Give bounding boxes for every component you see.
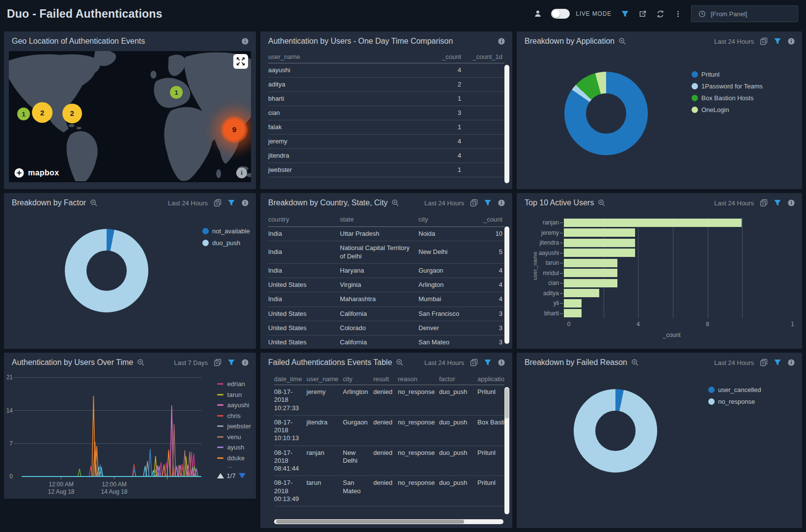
zoom-in-icon[interactable] (598, 199, 606, 207)
legend-item[interactable]: aayushi (217, 401, 251, 409)
panels-copy-icon[interactable] (214, 359, 222, 366)
bar[interactable] (564, 289, 599, 297)
legend-item[interactable]: dduke (217, 454, 251, 462)
bar[interactable] (564, 299, 582, 308)
dashboard-time-range[interactable]: [From Panel] (691, 5, 798, 22)
map-cluster-marker[interactable]: 1 (170, 86, 183, 99)
refresh-icon[interactable] (656, 9, 665, 18)
info-icon[interactable] (241, 359, 249, 366)
filter-icon[interactable] (484, 199, 492, 207)
bar[interactable] (564, 219, 742, 227)
panel-time-range[interactable]: Last 24 Hours (714, 359, 754, 366)
map-cluster-marker[interactable]: 2 (32, 102, 53, 123)
zoom-in-icon[interactable] (137, 359, 145, 366)
column-header: factor (439, 372, 477, 386)
zoom-in-icon[interactable] (618, 37, 626, 45)
info-icon[interactable] (498, 199, 505, 207)
table-cell: 1 (432, 163, 463, 177)
vertical-scrollbar[interactable] (504, 387, 509, 514)
zoom-in-icon[interactable] (90, 199, 98, 207)
map-cluster-marker[interactable]: 1 (17, 108, 30, 120)
info-icon[interactable] (787, 359, 795, 366)
map-expand-button[interactable] (233, 54, 248, 69)
legend-item[interactable]: not_available (202, 227, 250, 235)
bar[interactable] (564, 279, 617, 287)
panels-copy-icon[interactable] (470, 199, 478, 207)
legend-item[interactable]: user_cancelled (708, 386, 761, 393)
legend-item[interactable]: venu (217, 433, 251, 441)
legend-page-down-icon[interactable] (239, 473, 246, 478)
legend-page-up-icon[interactable] (217, 473, 224, 478)
legend-item[interactable]: Box Bastion Hosts (692, 94, 763, 102)
zoom-in-icon[interactable] (396, 359, 404, 366)
info-icon[interactable] (498, 359, 505, 366)
legend-item[interactable]: tarun (217, 391, 251, 398)
table-row: IndiaMaharashtraMumbai4 (268, 292, 504, 307)
map-cluster-marker[interactable]: 9 (221, 116, 248, 143)
legend-item[interactable]: OneLogin (692, 106, 763, 113)
bar[interactable] (564, 239, 635, 247)
filter-icon[interactable] (227, 359, 235, 366)
bar[interactable] (564, 259, 617, 267)
info-icon[interactable] (241, 199, 249, 207)
panel-title: Top 10 Active Users (525, 198, 594, 207)
legend-item[interactable]: chris (217, 412, 251, 420)
filter-icon[interactable] (774, 199, 781, 207)
application-donut-chart[interactable] (564, 72, 648, 155)
panel-time-range[interactable]: Last 24 Hours (424, 359, 464, 366)
factor-donut-chart[interactable] (65, 229, 148, 312)
panels-copy-icon[interactable] (760, 359, 768, 366)
zoom-in-icon[interactable] (391, 199, 399, 207)
legend-item[interactable]: jwebster (217, 422, 251, 430)
map-cluster-marker[interactable]: 2 (62, 104, 82, 123)
time-series-chart[interactable]: 07142112:00 AM12 Aug 1812:00 AM14 Aug 18 (7, 372, 205, 497)
kebab-menu-icon[interactable] (673, 9, 682, 18)
table-cell: United States (268, 336, 340, 349)
vertical-scrollbar[interactable] (504, 226, 509, 344)
panel-time-range[interactable]: Last 7 Days (174, 359, 208, 366)
failed-reason-donut-chart[interactable] (574, 389, 657, 473)
filter-icon[interactable] (227, 199, 235, 207)
panel-time-range[interactable]: Last 24 Hours (714, 38, 754, 45)
legend-item[interactable]: duo_push (202, 239, 250, 247)
share-icon[interactable] (638, 9, 647, 18)
world-map[interactable]: 12219 mapbox i (9, 51, 251, 182)
panels-copy-icon[interactable] (760, 199, 768, 207)
legend-item[interactable]: Pritunl (692, 71, 763, 78)
panel-time-range[interactable]: Last 24 Hours (714, 199, 754, 207)
panel-time-range[interactable]: Last 24 Hours (424, 199, 464, 207)
bar[interactable] (564, 249, 635, 257)
legend-item[interactable]: edrian (217, 380, 251, 388)
legend-item[interactable]: 1Password for Teams (692, 83, 763, 90)
table-header-row: countrystatecity_count (268, 213, 504, 227)
bar[interactable] (564, 228, 635, 237)
live-mode-toggle[interactable] (551, 9, 570, 19)
legend-item[interactable]: no_response (708, 398, 761, 405)
legend-label: chris (227, 412, 241, 420)
vertical-scrollbar[interactable] (504, 65, 509, 183)
panels-copy-icon[interactable] (470, 359, 478, 366)
bar[interactable] (564, 269, 617, 277)
legend-item[interactable]: ayush (217, 444, 251, 451)
filter-icon[interactable] (484, 359, 492, 366)
filter-icon[interactable] (620, 9, 629, 18)
user-icon[interactable] (533, 9, 542, 18)
table-row: United StatesCaliforniaSan Francisco3 (268, 307, 504, 321)
zoom-in-icon[interactable] (631, 359, 639, 366)
horizontal-scrollbar[interactable] (274, 519, 503, 524)
bar[interactable] (564, 309, 582, 317)
panels-copy-icon[interactable] (760, 37, 768, 45)
panels-copy-icon[interactable] (214, 199, 222, 207)
panel-time-range[interactable]: Last 24 Hours (168, 199, 208, 207)
info-icon[interactable] (787, 199, 795, 207)
info-icon[interactable] (787, 37, 795, 45)
info-icon[interactable] (498, 37, 505, 45)
info-icon[interactable] (241, 37, 249, 45)
filter-icon[interactable] (774, 37, 781, 45)
table-row: bharti1 (268, 92, 504, 106)
mapbox-logo[interactable]: mapbox (14, 168, 59, 178)
map-info-button[interactable]: i (236, 168, 247, 178)
panel-breakdown-application: Breakdown by Application Last 24 Hours P… (517, 31, 802, 189)
series-line (91, 396, 170, 476)
filter-icon[interactable] (774, 359, 781, 366)
